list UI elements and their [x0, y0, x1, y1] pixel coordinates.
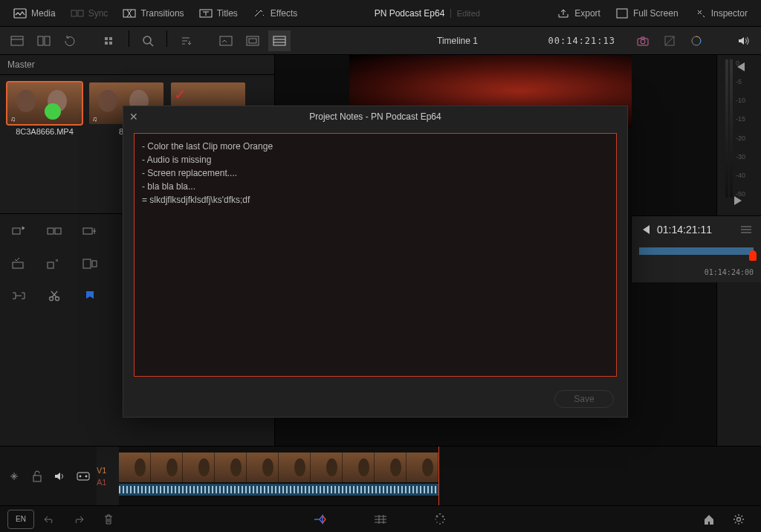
svg-rect-22: [13, 228, 20, 234]
menu-media-label: Media: [31, 8, 56, 19]
menu-inspector[interactable]: Inspector: [686, 8, 755, 19]
menu-media[interactable]: Media: [6, 8, 63, 19]
panel-menu-icon[interactable]: [740, 225, 752, 234]
trim-tool[interactable]: [7, 285, 30, 306]
page-cut[interactable]: [309, 509, 333, 530]
clip-thumb-1[interactable]: ♫ 8C3A8666.MP4: [7, 82, 82, 136]
video-track-clip[interactable]: [119, 452, 438, 482]
lock-toggle[interactable]: [29, 466, 45, 487]
project-status-label: Edited: [450, 9, 480, 18]
titles-icon: [199, 8, 213, 19]
fullscreen-icon: [615, 8, 629, 19]
svg-rect-9: [105, 37, 108, 40]
mini-track[interactable]: [639, 247, 754, 255]
menu-fullscreen-label: Full Screen: [633, 8, 679, 19]
tool-thumbnails[interactable]: [99, 30, 121, 51]
append-tool[interactable]: [79, 220, 101, 241]
snap-toggle[interactable]: [6, 466, 22, 487]
smartinsert-tool[interactable]: [7, 253, 30, 273]
svg-rect-10: [109, 37, 112, 40]
svg-point-40: [439, 523, 441, 525]
tool-volume[interactable]: [733, 30, 755, 51]
svg-rect-0: [14, 9, 26, 18]
timeline-name[interactable]: Timeline 1: [303, 36, 537, 46]
panel-timecode[interactable]: 01:14:21:11: [657, 224, 712, 236]
svg-rect-2: [78, 10, 83, 16]
svg-point-19: [641, 39, 645, 44]
note-line: - Audio is missing: [142, 153, 609, 166]
svg-rect-8: [45, 36, 50, 45]
track-v1-label[interactable]: V1: [97, 466, 119, 475]
viewer-timecode[interactable]: 00:14:21:13: [548, 36, 615, 46]
overwrite-tool[interactable]: [43, 220, 65, 241]
home-button[interactable]: [697, 509, 721, 530]
menu-effects[interactable]: Effects: [245, 8, 305, 19]
meter-label: -50: [736, 190, 754, 198]
menu-sync[interactable]: Sync: [63, 8, 116, 19]
tool-refresh[interactable]: [59, 30, 82, 51]
save-button[interactable]: Save: [554, 390, 614, 408]
dialog-header[interactable]: ✕ Project Notes - PN Podcast Ep64: [123, 106, 627, 127]
project-notes-dialog: ✕ Project Notes - PN Podcast Ep64 - Colo…: [123, 106, 628, 418]
svg-point-44: [737, 517, 741, 521]
tool-viewer2[interactable]: [242, 30, 264, 51]
playhead[interactable]: [438, 447, 439, 505]
menu-transitions[interactable]: Transitions: [115, 8, 191, 19]
close-icon[interactable]: ✕: [129, 111, 138, 123]
video-toggle[interactable]: [75, 466, 91, 487]
clip-name-1: 8C3A8666.MP4: [7, 127, 82, 136]
export-icon: [557, 8, 570, 19]
delete-button[interactable]: [97, 509, 120, 530]
notes-textarea[interactable]: - Color the last Clip more Orange - Audi…: [134, 133, 617, 377]
media-icon: [13, 8, 27, 19]
tool-sort[interactable]: [175, 30, 197, 51]
mini-playhead[interactable]: [749, 250, 757, 261]
svg-rect-16: [249, 39, 256, 43]
tool-colorwheel[interactable]: [685, 30, 707, 51]
audio-toggle[interactable]: [52, 466, 68, 487]
goto-start-icon[interactable]: [641, 225, 650, 234]
svg-point-31: [56, 297, 59, 301]
marker-tool[interactable]: [79, 285, 101, 306]
svg-rect-15: [247, 36, 259, 45]
svg-point-37: [442, 515, 444, 517]
separator: [129, 30, 129, 47]
tool-viewer1[interactable]: [215, 30, 237, 51]
tool-viewer3[interactable]: [268, 30, 291, 51]
ripple-tool[interactable]: [43, 253, 65, 273]
note-line: - bla bla bla...: [142, 180, 609, 193]
toolbar: Timeline 1 00:14:21:13: [0, 27, 761, 55]
transitions-icon: [123, 8, 136, 19]
menu-titles-label: Titles: [217, 8, 238, 19]
svg-rect-25: [83, 228, 92, 234]
timeline-tracks[interactable]: [119, 447, 761, 505]
closeup-tool[interactable]: [79, 253, 101, 273]
tool-capture[interactable]: [632, 30, 654, 51]
pool-header[interactable]: Master: [0, 55, 274, 75]
menu-fullscreen[interactable]: Full Screen: [608, 8, 686, 19]
settings-button[interactable]: [727, 509, 751, 530]
audio-track-clip[interactable]: [119, 484, 438, 496]
tool-view1[interactable]: [6, 30, 28, 51]
tool-search[interactable]: [137, 30, 159, 51]
meter-label: 0: [736, 59, 754, 67]
ruler-timecode: 01:14:24:00: [705, 268, 754, 276]
top-menu-bar: Media Sync Transitions Titles Effects PN…: [0, 0, 761, 27]
redo-button[interactable]: [67, 509, 91, 530]
menu-titles[interactable]: Titles: [192, 8, 245, 19]
insert-tool[interactable]: [7, 220, 30, 241]
language-button[interactable]: EN: [7, 510, 34, 529]
page-loading[interactable]: [428, 509, 452, 530]
tool-bypass[interactable]: [658, 30, 681, 51]
undo-button[interactable]: [37, 509, 61, 530]
page-edit[interactable]: [369, 509, 392, 530]
track-a1-label[interactable]: A1: [97, 478, 119, 487]
note-line: - Screen replacement....: [142, 166, 609, 180]
tool-view2[interactable]: [33, 30, 55, 51]
svg-rect-32: [33, 476, 41, 481]
project-title: PN Podcast Ep64 Edited: [305, 8, 549, 19]
inspector-icon: [693, 8, 707, 19]
cut-tool[interactable]: [43, 285, 65, 306]
menu-export[interactable]: Export: [549, 8, 608, 19]
svg-point-30: [50, 297, 54, 301]
